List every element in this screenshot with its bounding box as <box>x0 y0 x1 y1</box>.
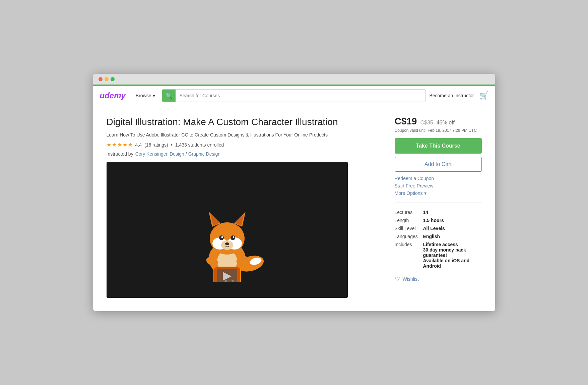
traffic-light-green[interactable] <box>111 77 115 81</box>
nav-right: Become an Instructor 🛒 <box>429 91 488 100</box>
coupon-text: Coupon valid until Feb 19, 2017 7:29 PM … <box>395 128 482 133</box>
course-subtitle: Learn How To Use Adobe Illustrator CC to… <box>107 132 385 138</box>
search-input[interactable] <box>176 90 426 102</box>
category-graphic-design[interactable]: Graphic Design <box>188 151 221 157</box>
browser-chrome <box>93 74 495 85</box>
become-instructor-link[interactable]: Become an Instructor <box>429 93 474 98</box>
table-row: Length 1.5 hours <box>395 216 482 224</box>
includes-values: Lifetime access 30 day money back guaran… <box>423 240 482 270</box>
rating-count: (16 ratings) <box>144 142 168 148</box>
instructor-link[interactable]: Cory Kensinger <box>135 151 168 157</box>
search-button[interactable]: 🔍 <box>162 89 176 102</box>
table-row: Languages English <box>395 232 482 240</box>
wishlist-label: Wishlist <box>403 276 419 282</box>
svg-point-12 <box>219 235 224 240</box>
course-info-table: Lectures 14 Length 1.5 hours Skill Level… <box>395 208 482 270</box>
star-4: ★ <box>123 142 127 148</box>
add-to-cart-button[interactable]: Add to Cart <box>395 157 482 172</box>
table-row: Skill Level All Levels <box>395 224 482 232</box>
price-section: C$19 C$35 46% off Coupon valid until Feb… <box>395 116 482 133</box>
search-bar: 🔍 <box>162 89 426 102</box>
table-row: Includes Lifetime access 30 day money ba… <box>395 240 482 270</box>
udemy-logo[interactable]: udemy <box>100 91 126 100</box>
star-half: ★ <box>128 142 133 148</box>
includes-mobile: Available on iOS and Android <box>423 258 482 269</box>
svg-point-16 <box>225 242 229 245</box>
current-price: C$19 <box>395 116 417 127</box>
instructor-prefix: Instructed by <box>107 151 133 157</box>
category-links: Design / Graphic Design <box>170 151 220 157</box>
browser-window: udemy Browse ▾ 🔍 Become an Instructor 🛒 … <box>93 74 495 311</box>
course-main: Digital Illustration: Make A Custom Char… <box>107 116 385 298</box>
main-content: Digital Illustration: Make A Custom Char… <box>93 106 495 311</box>
cart-icon[interactable]: 🛒 <box>479 91 488 100</box>
languages-value: English <box>423 232 482 240</box>
instructor-line: Instructed by Cory Kensinger Design / Gr… <box>107 151 385 157</box>
discount-label: 46% off <box>437 120 455 126</box>
navbar: udemy Browse ▾ 🔍 Become an Instructor 🛒 <box>93 86 495 106</box>
sidebar-divider <box>395 203 482 203</box>
skill-value: All Levels <box>423 224 482 232</box>
price-display: C$19 C$35 46% off <box>395 116 482 127</box>
video-player[interactable]: Ai <box>107 162 348 298</box>
search-icon: 🔍 <box>166 93 172 99</box>
traffic-lights <box>99 77 115 85</box>
svg-point-15 <box>233 236 234 238</box>
sidebar-links: Redeem a Coupon Start Free Preview More … <box>395 176 482 196</box>
course-meta: ★ ★ ★ ★ ★ 4.4 (16 ratings) • 1,433 stude… <box>107 142 385 148</box>
heart-icon: ♡ <box>395 275 400 283</box>
more-options-chevron-icon: ▾ <box>424 190 427 196</box>
category-separator: / <box>186 151 187 157</box>
skill-label: Skill Level <box>395 224 423 232</box>
svg-point-13 <box>231 235 235 240</box>
includes-guarantee: 30 day money back guarantee! <box>423 247 482 258</box>
browse-label: Browse <box>136 93 151 98</box>
star-2: ★ <box>112 142 117 148</box>
fox-illustration: Ai <box>177 178 277 282</box>
start-preview-link[interactable]: Start Free Preview <box>395 183 482 188</box>
video-thumbnail: Ai <box>107 162 348 298</box>
browse-chevron-icon: ▾ <box>153 93 155 98</box>
wishlist-section[interactable]: ♡ Wishlist <box>395 275 482 283</box>
length-label: Length <box>395 216 423 224</box>
languages-label: Languages <box>395 232 423 240</box>
svg-point-14 <box>221 236 223 238</box>
star-3: ★ <box>117 142 122 148</box>
course-title: Digital Illustration: Make A Custom Char… <box>107 116 385 128</box>
course-sidebar: C$19 C$35 46% off Coupon valid until Feb… <box>395 116 482 298</box>
length-value: 1.5 hours <box>423 216 482 224</box>
includes-label: Includes <box>395 240 423 270</box>
lectures-value: 14 <box>423 208 482 216</box>
browse-dropdown[interactable]: Browse ▾ <box>132 91 158 100</box>
enrolled-count: 1,433 students enrolled <box>175 142 224 148</box>
includes-lifetime: Lifetime access <box>423 242 482 247</box>
more-options-label: More Options <box>395 190 423 196</box>
table-row: Lectures 14 <box>395 208 482 216</box>
take-course-button[interactable]: Take This Course <box>395 138 482 154</box>
redeem-coupon-link[interactable]: Redeem a Coupon <box>395 176 482 181</box>
traffic-light-yellow[interactable] <box>105 77 109 81</box>
dot-separator: • <box>171 142 173 148</box>
traffic-light-red[interactable] <box>99 77 103 81</box>
original-price: C$35 <box>420 120 433 126</box>
category-design[interactable]: Design <box>170 151 184 157</box>
more-options-link[interactable]: More Options ▾ <box>395 190 482 196</box>
lectures-label: Lectures <box>395 208 423 216</box>
rating-value: 4.4 <box>135 142 142 148</box>
star-rating: ★ ★ ★ ★ ★ <box>107 142 133 148</box>
star-1: ★ <box>107 142 111 148</box>
